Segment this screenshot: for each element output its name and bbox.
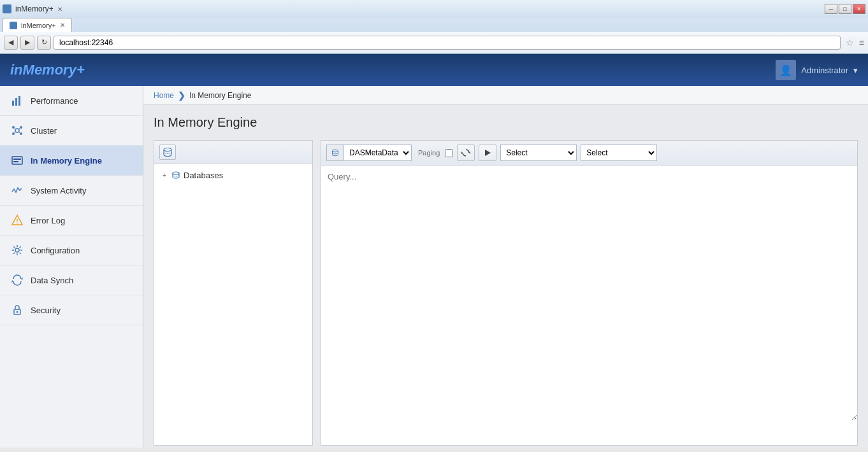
svg-rect-13 [13, 159, 21, 160]
user-avatar-icon: 👤 [776, 60, 796, 80]
tab-label: inMemory+ [21, 22, 56, 29]
sidebar-label-data-synch: Data Synch [31, 276, 73, 285]
app-logo: inMemory+ [10, 62, 85, 78]
query-panel: DASMetaData Paging [321, 140, 858, 446]
svg-point-18 [15, 248, 19, 252]
sidebar-item-configuration[interactable]: Configuration [0, 236, 143, 265]
address-bar[interactable] [54, 36, 841, 50]
tree-item-databases[interactable]: + Databases [158, 168, 308, 182]
security-icon [10, 303, 24, 317]
sidebar-label-cluster: Cluster [31, 126, 57, 136]
svg-point-6 [12, 132, 15, 135]
breadcrumb-home[interactable]: Home [154, 91, 174, 100]
svg-rect-2 [18, 96, 20, 106]
tab-title: inMemory+ [15, 4, 54, 13]
svg-point-7 [20, 132, 22, 135]
browser-menu-icon[interactable]: ≡ [859, 38, 864, 48]
page-title: In Memory Engine [154, 115, 858, 130]
sidebar-item-in-memory-engine[interactable]: In Memory Engine [0, 146, 143, 176]
in-memory-engine-icon [10, 153, 24, 167]
tab-favicon [3, 4, 11, 13]
refresh-btn[interactable]: ↻ [37, 36, 51, 50]
user-menu[interactable]: 👤 Adminstrator ▾ [776, 60, 858, 80]
svg-rect-0 [12, 101, 14, 106]
sidebar-item-error-log[interactable]: Error Log [0, 206, 143, 236]
svg-point-24 [173, 172, 179, 174]
svg-point-17 [17, 223, 18, 224]
breadcrumb-separator: ❯ [178, 90, 185, 101]
svg-marker-28 [485, 150, 491, 156]
refresh-btn[interactable] [457, 145, 475, 161]
sidebar-label-security: Security [31, 306, 61, 315]
play-btn[interactable] [479, 145, 496, 161]
db-select-icon [326, 145, 344, 161]
databases-label: Databases [184, 171, 223, 180]
sidebar-item-data-synch[interactable]: Data Synch [0, 265, 143, 295]
svg-rect-12 [12, 157, 22, 164]
system-activity-icon [10, 183, 24, 197]
svg-rect-14 [13, 161, 18, 162]
tab-close-btn[interactable]: ✕ [57, 6, 62, 13]
win-close-btn[interactable]: ✕ [853, 4, 865, 14]
query-toolbar: DASMetaData Paging [321, 141, 857, 166]
svg-rect-1 [15, 98, 17, 106]
data-synch-icon [10, 273, 24, 287]
breadcrumb-current: In Memory Engine [189, 91, 251, 100]
user-dropdown-icon[interactable]: ▾ [853, 66, 858, 75]
tree-toolbar [154, 141, 312, 164]
win-minimize-btn[interactable]: ─ [825, 4, 837, 14]
tree-expand-icon[interactable]: + [161, 171, 168, 179]
sidebar-label-error-log: Error Log [31, 216, 65, 225]
page-content: In Memory Engine [143, 105, 868, 448]
svg-point-5 [20, 126, 22, 129]
tree-body: + Databases [154, 164, 312, 186]
sidebar: Performance Cluster [0, 86, 143, 448]
svg-point-4 [12, 126, 15, 129]
svg-point-3 [15, 129, 19, 132]
cluster-icon [10, 124, 24, 138]
performance-icon [10, 94, 24, 108]
bookmark-star-icon[interactable]: ☆ [846, 38, 854, 48]
back-btn[interactable]: ◀ [4, 36, 18, 50]
username-label: Adminstrator [801, 66, 848, 75]
tab-close-icon[interactable]: ✕ [60, 22, 65, 29]
sidebar-item-cluster[interactable]: Cluster [0, 116, 143, 146]
breadcrumb: Home ❯ In Memory Engine [143, 86, 868, 105]
sidebar-label-configuration: Configuration [31, 246, 80, 255]
content-area: Home ❯ In Memory Engine In Memory Engine [143, 86, 868, 448]
svg-point-22 [17, 311, 18, 313]
app-header: inMemory+ 👤 Adminstrator ▾ [0, 54, 868, 86]
db-selector[interactable]: DASMetaData [344, 145, 412, 161]
sidebar-label-performance: Performance [31, 96, 78, 106]
select2-dropdown[interactable]: Select [581, 145, 657, 161]
tree-toolbar-db-icon[interactable] [159, 145, 176, 160]
query-editor[interactable] [321, 166, 857, 420]
paging-checkbox[interactable] [445, 149, 453, 157]
tree-panel: + Databases [154, 140, 313, 446]
tab-icon [10, 22, 17, 29]
sidebar-item-system-activity[interactable]: System Activity [0, 176, 143, 206]
svg-point-25 [333, 150, 338, 152]
configuration-icon [10, 243, 24, 257]
forward-btn[interactable]: ▶ [20, 36, 34, 50]
select1-dropdown[interactable]: Select [500, 145, 577, 161]
sidebar-label-in-memory-engine: In Memory Engine [31, 156, 102, 166]
sidebar-label-system-activity: System Activity [31, 186, 86, 195]
svg-point-23 [164, 148, 171, 152]
sidebar-item-performance[interactable]: Performance [0, 86, 143, 116]
db-select-wrap: DASMetaData [326, 145, 412, 161]
sidebar-item-security[interactable]: Security [0, 295, 143, 325]
databases-icon [171, 170, 181, 180]
browser-tab[interactable]: inMemory+ ✕ [3, 18, 72, 32]
win-maximize-btn[interactable]: □ [839, 4, 851, 14]
error-log-icon [10, 213, 24, 227]
paging-label: Paging [418, 149, 440, 157]
